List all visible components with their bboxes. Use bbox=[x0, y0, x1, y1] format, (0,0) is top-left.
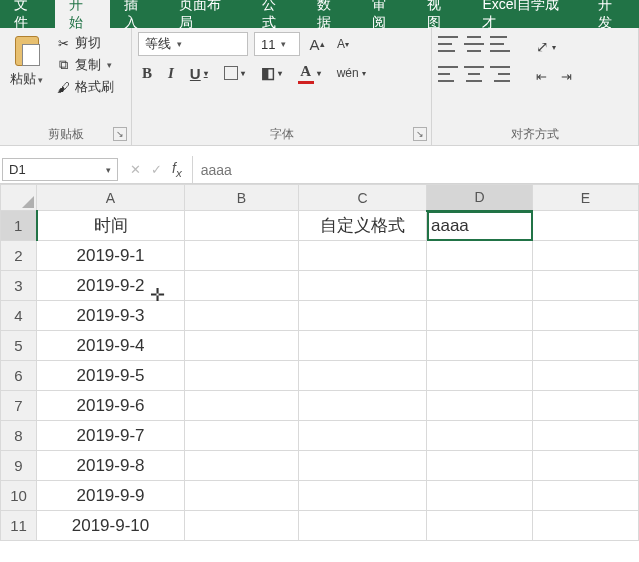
cell-E7[interactable] bbox=[533, 391, 639, 421]
col-head-D[interactable]: D bbox=[427, 185, 533, 211]
underline-button[interactable]: U▾ bbox=[186, 62, 212, 84]
bold-button[interactable]: B bbox=[138, 62, 156, 84]
font-color-button[interactable]: A▾ bbox=[294, 62, 325, 84]
cell-C11[interactable] bbox=[299, 511, 427, 541]
tab-view[interactable]: 视图 bbox=[413, 0, 468, 28]
tab-review[interactable]: 审阅 bbox=[358, 0, 413, 28]
cell-B11[interactable] bbox=[185, 511, 299, 541]
cell-B1[interactable] bbox=[185, 211, 299, 241]
cell-C6[interactable] bbox=[299, 361, 427, 391]
cell-A1[interactable]: 时间 bbox=[37, 211, 185, 241]
row-head-7[interactable]: 7 bbox=[1, 391, 37, 421]
tab-dev[interactable]: 开发 bbox=[584, 0, 639, 28]
cell-E11[interactable] bbox=[533, 511, 639, 541]
cell-D10[interactable] bbox=[427, 481, 533, 511]
tab-addin[interactable]: Excel自学成才 bbox=[468, 0, 584, 28]
fill-color-button[interactable]: ◧▾ bbox=[257, 62, 286, 84]
col-head-E[interactable]: E bbox=[533, 185, 639, 211]
cell-A8[interactable]: 2019-9-7 bbox=[37, 421, 185, 451]
cell-C3[interactable] bbox=[299, 271, 427, 301]
cell-B8[interactable] bbox=[185, 421, 299, 451]
row-head-10[interactable]: 10 bbox=[1, 481, 37, 511]
cell-B5[interactable] bbox=[185, 331, 299, 361]
row-head-8[interactable]: 8 bbox=[1, 421, 37, 451]
decrease-indent-button[interactable]: ⇤ bbox=[532, 66, 551, 88]
tab-home[interactable]: 开始 bbox=[55, 0, 110, 28]
cell-E5[interactable] bbox=[533, 331, 639, 361]
cell-B7[interactable] bbox=[185, 391, 299, 421]
row-head-2[interactable]: 2 bbox=[1, 241, 37, 271]
cell-E3[interactable] bbox=[533, 271, 639, 301]
align-bottom-button[interactable] bbox=[490, 36, 510, 52]
cell-D3[interactable] bbox=[427, 271, 533, 301]
cell-C1[interactable]: 自定义格式 bbox=[299, 211, 427, 241]
italic-button[interactable]: I bbox=[164, 62, 178, 84]
cell-A11[interactable]: 2019-9-10 bbox=[37, 511, 185, 541]
cell-C10[interactable] bbox=[299, 481, 427, 511]
cell-D7[interactable] bbox=[427, 391, 533, 421]
font-name-combo[interactable]: 等线▾ bbox=[138, 32, 248, 56]
cell-A9[interactable]: 2019-9-8 bbox=[37, 451, 185, 481]
cell-E9[interactable] bbox=[533, 451, 639, 481]
tab-insert[interactable]: 插入 bbox=[110, 0, 165, 28]
cell-C7[interactable] bbox=[299, 391, 427, 421]
row-head-1[interactable]: 1 bbox=[1, 211, 37, 241]
cell-B3[interactable] bbox=[185, 271, 299, 301]
col-head-A[interactable]: A bbox=[37, 185, 185, 211]
cell-A4[interactable]: 2019-9-3 bbox=[37, 301, 185, 331]
cell-D5[interactable] bbox=[427, 331, 533, 361]
cell-E1[interactable] bbox=[533, 211, 639, 241]
cell-D6[interactable] bbox=[427, 361, 533, 391]
increase-font-button[interactable]: A▴ bbox=[306, 33, 328, 55]
cell-B9[interactable] bbox=[185, 451, 299, 481]
row-head-5[interactable]: 5 bbox=[1, 331, 37, 361]
clipboard-launcher[interactable]: ↘ bbox=[113, 127, 127, 141]
cell-C9[interactable] bbox=[299, 451, 427, 481]
format-painter-button[interactable]: 🖌格式刷 bbox=[53, 76, 116, 98]
formula-input[interactable] bbox=[193, 156, 639, 183]
insert-function-button[interactable]: fx bbox=[172, 160, 182, 179]
cell-A10[interactable]: 2019-9-9 bbox=[37, 481, 185, 511]
cell-B10[interactable] bbox=[185, 481, 299, 511]
cell-B2[interactable] bbox=[185, 241, 299, 271]
confirm-formula-button[interactable]: ✓ bbox=[151, 162, 162, 177]
tab-formulas[interactable]: 公式 bbox=[248, 0, 303, 28]
cell-D1[interactable]: aaaa bbox=[427, 211, 533, 241]
font-size-combo[interactable]: 11▾ bbox=[254, 32, 300, 56]
cell-E8[interactable] bbox=[533, 421, 639, 451]
cell-B6[interactable] bbox=[185, 361, 299, 391]
cell-A2[interactable]: 2019-9-1 bbox=[37, 241, 185, 271]
orientation-button[interactable]: ⤢▾ bbox=[532, 36, 560, 58]
paste-button[interactable]: 粘贴▾ bbox=[6, 32, 47, 98]
cell-D2[interactable] bbox=[427, 241, 533, 271]
cell-D8[interactable] bbox=[427, 421, 533, 451]
font-launcher[interactable]: ↘ bbox=[413, 127, 427, 141]
cut-button[interactable]: ✂剪切 bbox=[53, 32, 116, 54]
cell-D9[interactable] bbox=[427, 451, 533, 481]
cell-D4[interactable] bbox=[427, 301, 533, 331]
decrease-font-button[interactable]: A▾ bbox=[332, 33, 354, 55]
row-head-6[interactable]: 6 bbox=[1, 361, 37, 391]
row-head-11[interactable]: 11 bbox=[1, 511, 37, 541]
col-head-C[interactable]: C bbox=[299, 185, 427, 211]
row-head-4[interactable]: 4 bbox=[1, 301, 37, 331]
align-center-button[interactable] bbox=[464, 66, 484, 82]
copy-button[interactable]: ⧉复制▾ bbox=[53, 54, 116, 76]
select-all-corner[interactable] bbox=[1, 185, 37, 211]
align-right-button[interactable] bbox=[490, 66, 510, 82]
cell-D11[interactable] bbox=[427, 511, 533, 541]
cell-E10[interactable] bbox=[533, 481, 639, 511]
cell-B4[interactable] bbox=[185, 301, 299, 331]
align-left-button[interactable] bbox=[438, 66, 458, 82]
col-head-B[interactable]: B bbox=[185, 185, 299, 211]
cell-C2[interactable] bbox=[299, 241, 427, 271]
cell-C5[interactable] bbox=[299, 331, 427, 361]
cell-A6[interactable]: 2019-9-5 bbox=[37, 361, 185, 391]
increase-indent-button[interactable]: ⇥ bbox=[557, 66, 576, 88]
cancel-formula-button[interactable]: ✕ bbox=[130, 162, 141, 177]
cell-C8[interactable] bbox=[299, 421, 427, 451]
row-head-3[interactable]: 3 bbox=[1, 271, 37, 301]
phonetic-button[interactable]: wén▾ bbox=[333, 62, 370, 84]
cell-A3[interactable]: 2019-9-2 bbox=[37, 271, 185, 301]
cell-E2[interactable] bbox=[533, 241, 639, 271]
